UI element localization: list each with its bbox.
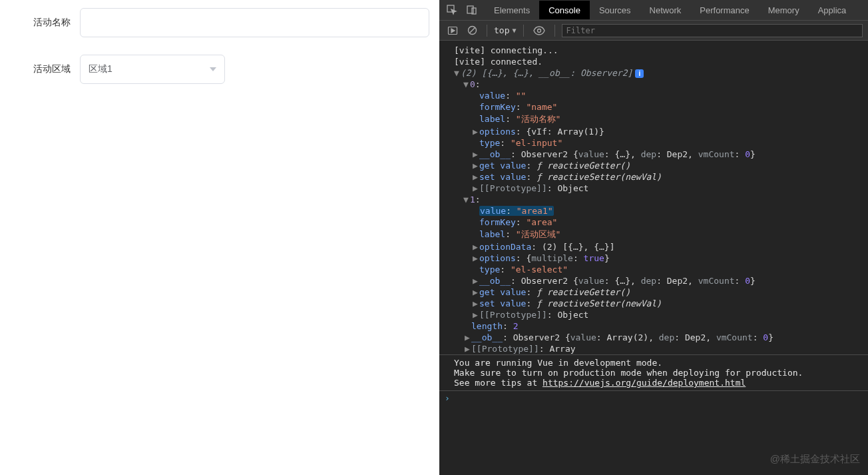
watermark: @稀土掘金技术社区 [770,453,860,466]
log-prop[interactable]: ▶__ob__: Observer2 {value: {…}, dep: Dep… [439,149,868,160]
chevron-down-icon [210,67,216,71]
console-toolbar: top ▼ [439,21,868,41]
log-array-summary[interactable]: ▼(2) [{…}, {…}, __ob__: Observer2]i [439,67,868,79]
info-icon[interactable]: i [635,69,644,78]
log-prop[interactable]: ▶set value: ƒ reactiveSetter(newVal) [439,171,868,183]
tab-application[interactable]: Applica [809,1,856,19]
separator [523,25,524,37]
tab-sources[interactable]: Sources [590,1,640,19]
devtools-tabbar: Elements Console Sources Network Perform… [439,0,868,21]
log-prop: value: "" [439,90,868,101]
select-activity-region[interactable]: 区域1 [80,55,225,84]
disclosure-triangle-icon[interactable]: ▼ [454,68,461,78]
log-prop[interactable]: ▶options: {multiple: true} [439,252,868,264]
tabbar-icons [439,4,485,16]
tab-memory[interactable]: Memory [759,1,809,19]
console-prompt[interactable]: › [439,391,868,403]
warning-line: See more tips at https://vuejs.org/guide… [454,378,868,388]
log-prop: type: "el-input" [439,137,868,149]
filter-input[interactable] [562,24,863,37]
devtools-panel: Elements Console Sources Network Perform… [439,0,868,475]
tab-console[interactable]: Console [539,1,590,19]
log-prop[interactable]: ▶get value: ƒ reactiveGetter() [439,160,868,171]
log-line: [vite] connected. [439,56,868,67]
separator [487,25,487,37]
log-prop: length: 2 [439,320,868,332]
select-value: 区域1 [89,63,112,75]
context-select[interactable]: top ▼ [494,25,517,35]
inspect-icon[interactable] [446,4,458,16]
log-prop[interactable]: ▶options: {vIf: Array(1)} [439,126,868,137]
input-activity-name[interactable] [80,8,429,37]
log-prop[interactable]: ▶[[Prototype]]: Object [439,309,868,320]
log-prop[interactable]: ▶set value: ƒ reactiveSetter(newVal) [439,298,868,309]
log-prop[interactable]: ▶[[Prototype]]: Array [439,343,868,354]
log-prop[interactable]: ▶[[Prototype]]: Object [439,183,868,194]
device-toggle-icon[interactable] [466,4,478,16]
log-index[interactable]: ▼1: [439,194,868,205]
eye-icon[interactable] [531,25,548,37]
deployment-link[interactable]: https://vuejs.org/guide/deployment.html [542,378,746,388]
caret-down-icon: ▼ [512,27,516,34]
log-prop: formKey: "area" [439,217,868,228]
svg-line-5 [470,28,475,33]
disclosure-triangle-icon[interactable]: ▼ [463,79,470,89]
label-activity-region: 活动区域 [0,63,80,75]
tab-performance[interactable]: Performance [690,1,758,19]
log-prop: formKey: "name" [439,101,868,113]
log-prop[interactable]: ▶optionData: (2) [{…}, {…}] [439,241,868,252]
log-prop[interactable]: ▶__ob__: Observer2 {value: Array(2), dep… [439,332,868,343]
play-icon[interactable] [445,24,461,37]
console-body: [vite] connecting... [vite] connected. ▼… [439,41,868,475]
warning-line: Make sure to turn on production mode whe… [454,368,868,378]
form-row-name: 活动名称 [0,8,439,37]
log-prop[interactable]: ▶__ob__: Observer2 {value: {…}, dep: Dep… [439,275,868,286]
separator [554,25,555,37]
label-activity-name: 活动名称 [0,17,80,29]
log-line: [vite] connecting... [439,45,868,56]
log-prop[interactable]: ▶get value: ƒ reactiveGetter() [439,286,868,298]
log-prop: label: "活动名称" [439,113,868,126]
clear-console-icon[interactable] [465,24,480,37]
tab-network[interactable]: Network [640,1,691,19]
log-index[interactable]: ▼0: [439,79,868,90]
tab-elements[interactable]: Elements [485,1,539,19]
svg-point-6 [537,29,541,32]
form-panel: 活动名称 活动区域 区域1 [0,0,439,475]
svg-rect-1 [467,6,473,13]
context-label: top [494,25,509,35]
vue-dev-warning: You are running Vue in development mode.… [439,354,868,391]
log-prop: label: "活动区域" [439,228,868,241]
log-prop: value: "area1" [439,205,868,217]
form-row-region: 活动区域 区域1 [0,55,439,84]
log-prop: type: "el-select" [439,264,868,275]
warning-line: You are running Vue in development mode. [454,358,868,368]
disclosure-triangle-icon[interactable]: ▶ [473,127,479,137]
